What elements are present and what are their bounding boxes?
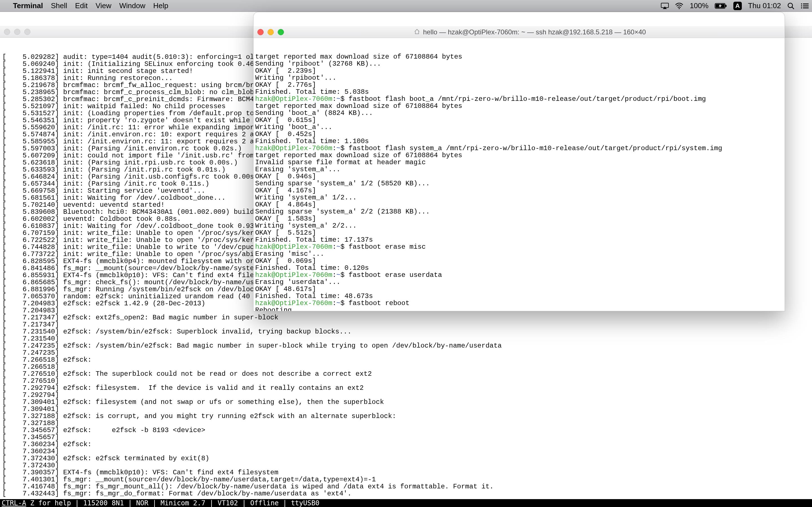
fg-terminal-output[interactable]: target reported max download size of 671…	[253, 52, 784, 311]
svg-rect-14	[803, 7, 809, 8]
menubar-left: Terminal Shell Edit View Window Help	[3, 1, 168, 10]
airplay-icon[interactable]	[661, 3, 669, 9]
menu-edit[interactable]: Edit	[75, 1, 88, 10]
bg-traffic-lights[interactable]	[4, 29, 31, 35]
bg-zoom-button[interactable]	[24, 29, 31, 35]
bg-close-button[interactable]	[4, 29, 10, 35]
wifi-icon[interactable]	[675, 3, 683, 9]
svg-point-2	[679, 8, 680, 9]
svg-rect-5	[725, 5, 726, 7]
battery-charging-icon[interactable]	[715, 3, 727, 9]
menubar-right: 100% A Thu 01:02	[661, 1, 809, 10]
fg-titlebar[interactable]: hello — hzak@OptiPlex-7060m: ~ — ssh hza…	[253, 26, 784, 38]
menu-window[interactable]: Window	[119, 1, 145, 10]
svg-line-8	[792, 7, 794, 9]
input-source-badge[interactable]: A	[733, 2, 742, 10]
battery-percent[interactable]: 100%	[690, 1, 709, 10]
spotlight-icon[interactable]	[787, 2, 795, 10]
menu-view[interactable]: View	[96, 1, 111, 10]
svg-point-11	[801, 5, 802, 6]
menubar-clock[interactable]: Thu 01:02	[748, 1, 781, 10]
svg-rect-12	[803, 5, 809, 6]
menubar-list-icon[interactable]	[801, 3, 809, 9]
app-name[interactable]: Terminal	[13, 1, 43, 10]
fg-window-title: hello — hzak@OptiPlex-7060m: ~ — ssh hza…	[399, 21, 646, 43]
svg-point-13	[801, 7, 802, 8]
menu-help[interactable]: Help	[153, 1, 168, 10]
fg-minimize-button[interactable]	[267, 29, 274, 35]
menu-shell[interactable]: Shell	[51, 1, 67, 10]
svg-point-7	[788, 3, 793, 8]
bg-minimize-button[interactable]	[14, 29, 20, 35]
svg-rect-10	[803, 3, 809, 4]
foreground-terminal-window[interactable]: hello — hzak@OptiPlex-7060m: ~ — ssh hza…	[253, 12, 785, 311]
fg-traffic-lights[interactable]	[257, 29, 284, 35]
fg-close-button[interactable]	[257, 29, 264, 35]
home-icon	[399, 21, 420, 43]
minicom-statusbar: CTRL-A Z for help | 115200 8N1 | NOR | M…	[0, 499, 812, 507]
fg-title-text: hello — hzak@OptiPlex-7060m: ~ — ssh hza…	[423, 29, 646, 36]
macos-menubar: Terminal Shell Edit View Window Help 100…	[0, 0, 812, 12]
fg-zoom-button[interactable]	[278, 29, 284, 35]
svg-point-9	[801, 3, 802, 4]
